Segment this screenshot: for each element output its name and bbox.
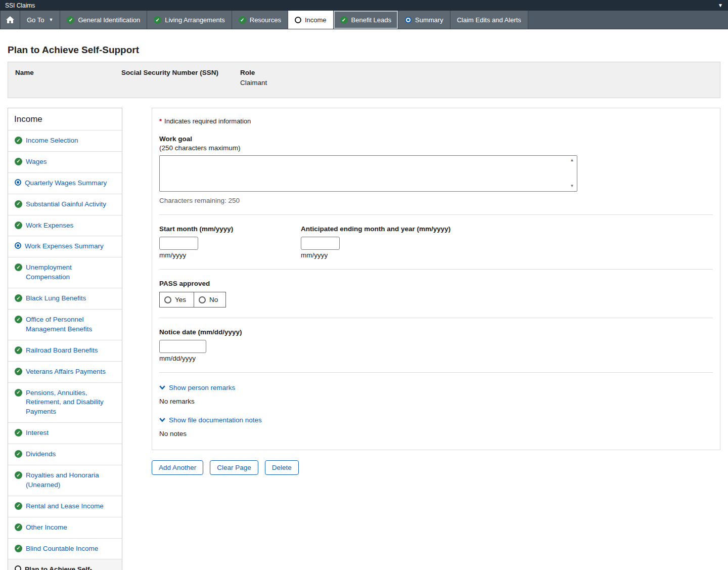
- check-circle-icon: ✓: [15, 523, 22, 531]
- tab-living-arrangements[interactable]: ✓Living Arrangements: [147, 11, 232, 29]
- tab-general-identification[interactable]: ✓General Identification: [60, 11, 147, 29]
- sidebar-item-work-expenses-summary[interactable]: Work Expenses Summary: [8, 236, 122, 257]
- check-circle-icon: ✓: [154, 16, 161, 24]
- sidebar-item-substantial-gainful-activity[interactable]: ✓Substantial Gainful Activity: [8, 194, 122, 215]
- nav-tabs: ✓General Identification✓Living Arrangeme…: [60, 11, 528, 29]
- divider: [159, 214, 713, 215]
- check-circle-icon: ✓: [15, 158, 22, 165]
- sidebar-item-office-of-personnel-management-benefits[interactable]: ✓Office of Personnel Management Benefits: [8, 309, 122, 340]
- sidebar-item-plan-to-achieve-self-support[interactable]: Plan to Achieve Self-Support: [8, 559, 122, 570]
- radio-icon: [164, 296, 171, 303]
- tab-benefit-leads[interactable]: ✓Benefit Leads: [334, 11, 399, 29]
- chevron-down-icon: [159, 385, 165, 390]
- pass-approved-label: PASS approved: [159, 280, 713, 287]
- sidebar-item-label: Income Selection: [26, 136, 78, 146]
- home-button[interactable]: [0, 11, 20, 29]
- sidebar-item-label: Blind Countable Income: [26, 544, 98, 554]
- notice-date-format-hint: mm/dd/yyyy: [159, 355, 713, 362]
- sidebar-item-label: Office of Personnel Management Benefits: [26, 315, 117, 334]
- scroll-up-icon[interactable]: ▲: [569, 157, 575, 163]
- characters-remaining: Characters remaining: 250: [159, 197, 713, 204]
- sidebar-item-unemployment-compensation[interactable]: ✓Unemployment Compensation: [8, 257, 122, 288]
- check-circle-icon: ✓: [15, 471, 22, 479]
- sidebar-item-pensions-annuities-retirement-and-disability-payments[interactable]: ✓Pensions, Annuities, Retirement, and Di…: [8, 382, 122, 423]
- pass-approved-yes-option[interactable]: Yes: [160, 292, 194, 307]
- tab-label: Summary: [415, 16, 443, 24]
- check-circle-icon: ✓: [15, 502, 22, 510]
- target-circle-icon: [15, 179, 21, 186]
- sidebar-item-label: Other Income: [26, 523, 67, 533]
- show-file-notes-toggle[interactable]: Show file documentation notes: [159, 416, 713, 424]
- start-month-format-hint: mm/yyyy: [159, 251, 301, 259]
- goto-caret-icon: ▼: [49, 17, 53, 22]
- sidebar-item-wages[interactable]: ✓Wages: [8, 151, 122, 172]
- app-menu-caret-icon[interactable]: ▼: [718, 3, 723, 8]
- goto-label: Go To: [27, 16, 44, 24]
- sidebar-item-label: Quarterly Wages Summary: [25, 179, 107, 188]
- app-header: SSI Claims ▼: [0, 0, 728, 11]
- tab-claim-edits-and-alerts[interactable]: Claim Edits and Alerts: [450, 11, 528, 29]
- work-goal-hint: (250 characters maximum): [159, 144, 713, 152]
- sidebar-item-label: Plan to Achieve Self-Support: [25, 565, 117, 570]
- show-person-remarks-label: Show person remarks: [169, 384, 235, 391]
- tab-label: Benefit Leads: [351, 16, 392, 24]
- check-circle-icon: ✓: [15, 264, 22, 271]
- sidebar-item-other-income[interactable]: ✓Other Income: [8, 517, 122, 538]
- open-circle-icon: [295, 17, 301, 23]
- tab-label: Claim Edits and Alerts: [457, 16, 521, 24]
- sidebar-item-royalties-and-honoraria-unearned[interactable]: ✓Royalties and Honoraria (Unearned): [8, 465, 122, 496]
- tab-summary[interactable]: Summary: [398, 11, 450, 29]
- check-circle-icon: ✓: [15, 222, 22, 229]
- app-title: SSI Claims: [5, 2, 35, 9]
- scroll-down-icon[interactable]: ▼: [569, 183, 575, 189]
- delete-button[interactable]: Delete: [265, 460, 299, 475]
- target-circle-icon: [405, 17, 412, 23]
- chevron-down-icon: [159, 418, 165, 422]
- sidebar-item-dividends[interactable]: ✓Dividends: [8, 444, 122, 465]
- check-circle-icon: ✓: [15, 137, 22, 144]
- required-note: *Indicates required information: [159, 117, 713, 125]
- tab-label: General Identification: [78, 16, 140, 24]
- tab-resources[interactable]: ✓Resources: [232, 11, 288, 29]
- work-goal-textarea[interactable]: [159, 155, 577, 192]
- show-person-remarks-toggle[interactable]: Show person remarks: [159, 384, 713, 391]
- sidebar-item-black-lung-benefits[interactable]: ✓Black Lung Benefits: [8, 288, 122, 309]
- sidebar-item-railroad-board-benefits[interactable]: ✓Railroad Board Benefits: [8, 340, 122, 361]
- ssn-label: Social Security Number (SSN): [121, 69, 240, 76]
- required-asterisk: *: [159, 117, 162, 125]
- no-option-label: No: [209, 296, 218, 303]
- sidebar-item-rental-and-lease-income[interactable]: ✓Rental and Lease Income: [8, 496, 122, 517]
- sidebar-item-work-expenses[interactable]: ✓Work Expenses: [8, 215, 122, 236]
- sidebar-item-label: Substantial Gainful Activity: [26, 200, 106, 209]
- sidebar-item-income-selection[interactable]: ✓Income Selection: [8, 130, 122, 151]
- sidebar-item-blind-countable-income[interactable]: ✓Blind Countable Income: [8, 538, 122, 559]
- clear-page-button[interactable]: Clear Page: [210, 460, 258, 475]
- sidebar-item-quarterly-wages-summary[interactable]: Quarterly Wages Summary: [8, 172, 122, 194]
- pass-approved-no-option[interactable]: No: [194, 292, 225, 307]
- tab-income[interactable]: Income: [288, 11, 334, 29]
- sidebar-item-veterans-affairs-payments[interactable]: ✓Veterans Affairs Payments: [8, 361, 122, 382]
- sidebar-item-interest[interactable]: ✓Interest: [8, 422, 122, 444]
- start-month-input[interactable]: [159, 237, 198, 250]
- check-circle-icon: ✓: [15, 545, 22, 552]
- end-month-format-hint: mm/yyyy: [301, 251, 450, 259]
- check-circle-icon: ✓: [15, 346, 22, 354]
- target-circle-icon: [15, 242, 21, 249]
- add-another-button[interactable]: Add Another: [152, 460, 203, 475]
- sidebar-item-label: Royalties and Honoraria (Unearned): [26, 471, 117, 490]
- goto-dropdown[interactable]: Go To ▼: [20, 11, 60, 29]
- sidebar-item-label: Work Expenses Summary: [25, 242, 104, 251]
- pass-form-panel: *Indicates required information Work goa…: [152, 108, 720, 450]
- sidebar-item-label: Interest: [26, 428, 49, 438]
- main-nav: Go To ▼ ✓General Identification✓Living A…: [0, 11, 728, 29]
- role-label: Role: [240, 69, 713, 76]
- sidebar-item-label: Unemployment Compensation: [26, 263, 117, 282]
- sidebar-item-label: Rental and Lease Income: [26, 502, 104, 511]
- name-label: Name: [15, 69, 121, 76]
- end-month-input[interactable]: [301, 237, 340, 250]
- sidebar-item-label: Work Expenses: [26, 221, 73, 231]
- person-remarks-empty-text: No remarks: [159, 398, 713, 405]
- notice-date-input[interactable]: [159, 340, 206, 353]
- yes-option-label: Yes: [175, 296, 186, 303]
- sidebar-item-label: Veterans Affairs Payments: [26, 367, 106, 377]
